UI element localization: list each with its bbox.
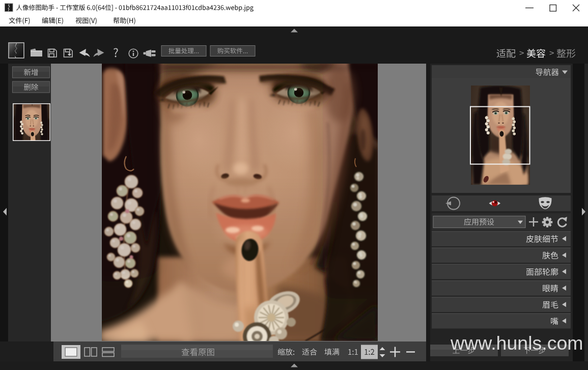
svg-text:www.hunls.com: www.hunls.com [450, 332, 583, 354]
